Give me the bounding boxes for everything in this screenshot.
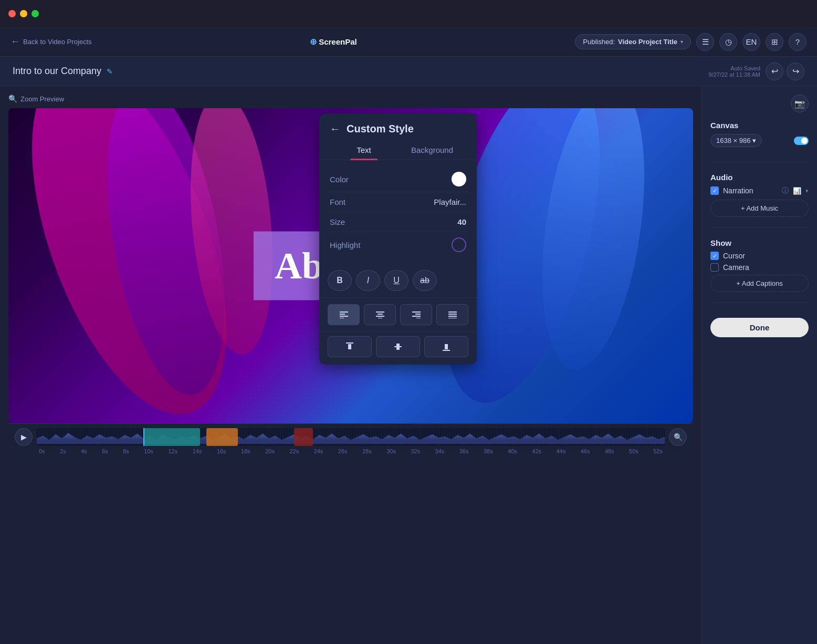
ruler-12s: 12s (169, 448, 178, 454)
publish-button[interactable]: Published: Video Project Title ▾ (575, 34, 691, 49)
back-to-projects-link[interactable]: ← Back to Video Projects (11, 36, 92, 47)
canvas-toggle[interactable] (794, 137, 809, 145)
ruler-10s: 10s (144, 448, 153, 454)
panel-header: ← Custom Style (319, 113, 477, 141)
align-row (328, 302, 468, 327)
redo-button[interactable]: ↪ (787, 63, 804, 80)
narration-checkbox[interactable]: ✓ (710, 186, 719, 195)
publish-title: Video Project Title (618, 38, 677, 46)
undo-button[interactable]: ↩ (766, 63, 783, 80)
minimize-button[interactable] (20, 10, 27, 17)
play-button[interactable]: ▶ (15, 428, 33, 446)
language-selector[interactable]: EN (742, 33, 760, 51)
tab-text[interactable]: Text (330, 141, 398, 160)
zoom-preview-button[interactable]: 🔍 Zoom Preview (8, 95, 64, 103)
ruler-8s: 8s (123, 448, 129, 454)
maximize-button[interactable] (32, 10, 39, 17)
highlight-picker[interactable] (452, 237, 466, 252)
valign-top-button[interactable] (328, 336, 372, 357)
size-label: Size (330, 217, 345, 226)
back-label: Back to Video Projects (23, 38, 92, 46)
project-toolbar: Intro to our Company ✎ Auto Saved 9/27/2… (0, 57, 817, 86)
canvas-size-chevron: ▾ (752, 137, 756, 144)
narration-expand-icon[interactable]: ▾ (805, 188, 809, 194)
timeline-search-button[interactable]: 🔍 (669, 428, 687, 446)
timeline-area: ▶ 🔍 0s 2s 4s (8, 423, 693, 471)
layers-icon-button[interactable]: ⊞ (766, 33, 783, 51)
svg-rect-21 (445, 344, 448, 349)
cursor-checkbox[interactable]: ✓ (710, 252, 719, 260)
ruler-38s: 38s (484, 448, 493, 454)
app-name: ScreenPal (319, 37, 357, 46)
done-button[interactable]: Done (710, 318, 809, 337)
text-format-section: B I U ab (319, 264, 477, 298)
audio-section: Audio ✓ Narration ⓘ 📊 ▾ + Add Music (710, 173, 809, 217)
ruler-42s: 42s (532, 448, 541, 454)
bold-button[interactable]: B (328, 270, 352, 291)
add-captions-button[interactable]: + Add Captions (710, 275, 809, 292)
ruler-16s: 16s (217, 448, 226, 454)
cursor-label: Cursor (723, 252, 745, 260)
clip-marker-teal[interactable] (143, 428, 200, 446)
ruler-labels: 0s 2s 4s 6s 8s 10s 12s 14s 16s 18s 20s 2… (39, 448, 663, 454)
strikethrough-button[interactable]: ab (413, 270, 437, 291)
size-value[interactable]: 40 (457, 217, 466, 226)
divider-2 (710, 227, 809, 228)
font-row: Font Playfair... (328, 192, 468, 212)
timeline-track[interactable] (37, 428, 665, 446)
clock-icon-button[interactable]: ◷ (719, 33, 737, 51)
italic-button[interactable]: I (356, 270, 380, 291)
logo-icon: ⊕ (310, 37, 317, 47)
clip-marker-red[interactable] (294, 428, 313, 446)
toolbar-right: Published: Video Project Title ▾ ☰ ◷ EN … (575, 33, 806, 51)
size-row: Size 40 (328, 212, 468, 232)
panel-back-button[interactable]: ← (330, 123, 340, 135)
canvas-size-selector[interactable]: 1638 × 986 ▾ (710, 134, 762, 147)
camera-checkbox[interactable] (710, 263, 719, 272)
camera-icon-button[interactable]: 📷 (791, 95, 809, 112)
main-content: 🔍 Zoom Preview About Us (0, 86, 817, 644)
ruler-48s: 48s (605, 448, 614, 454)
color-picker[interactable] (452, 172, 466, 186)
audio-section-title: Audio (710, 173, 809, 182)
edit-title-icon[interactable]: ✎ (107, 67, 113, 76)
align-left-button[interactable] (328, 304, 360, 325)
valign-middle-button[interactable] (376, 336, 420, 357)
ruler-36s: 36s (459, 448, 469, 454)
align-right-button[interactable] (400, 304, 432, 325)
highlight-row: Highlight (328, 232, 468, 257)
narration-volume-icon[interactable]: 📊 (793, 187, 801, 195)
add-music-button[interactable]: + Add Music (710, 200, 809, 217)
ruler-14s: 14s (193, 448, 202, 454)
app-window: ← Back to Video Projects ⊕ ScreenPal Pub… (0, 27, 817, 644)
tab-background[interactable]: Background (398, 141, 466, 160)
svg-rect-17 (348, 344, 351, 349)
top-toolbar: ← Back to Video Projects ⊕ ScreenPal Pub… (0, 27, 817, 57)
valign-bottom-button[interactable] (424, 336, 468, 357)
color-label: Color (330, 175, 349, 184)
align-justify-button[interactable] (436, 304, 468, 325)
ruler-40s: 40s (508, 448, 517, 454)
list-icon-button[interactable]: ☰ (696, 33, 714, 51)
publish-prefix: Published: (583, 38, 615, 46)
ruler-6s: 6s (102, 448, 108, 454)
narration-info-icon[interactable]: ⓘ (782, 186, 789, 195)
font-value[interactable]: Playfair... (434, 198, 466, 206)
project-toolbar-right: Auto Saved 9/27/22 at 11:38 AM ↩ ↪ (709, 63, 804, 80)
help-icon-button[interactable]: ? (789, 33, 806, 51)
ruler-20s: 20s (265, 448, 275, 454)
ruler-24s: 24s (314, 448, 323, 454)
cursor-row: ✓ Cursor (710, 252, 809, 260)
zoom-icon: 🔍 (8, 95, 17, 103)
align-center-button[interactable] (364, 304, 396, 325)
traffic-lights (8, 10, 39, 17)
canvas-section-title: Canvas (710, 121, 809, 130)
toolbar-center: ⊕ ScreenPal (310, 37, 357, 47)
ruler-18s: 18s (241, 448, 250, 454)
canvas-section: Canvas 1638 × 986 ▾ (710, 121, 809, 151)
close-button[interactable] (8, 10, 16, 17)
playhead[interactable] (143, 428, 144, 446)
autosave-time: 9/27/22 at 11:38 AM (709, 71, 760, 78)
clip-marker-orange[interactable] (206, 428, 238, 446)
underline-button[interactable]: U (384, 270, 409, 291)
